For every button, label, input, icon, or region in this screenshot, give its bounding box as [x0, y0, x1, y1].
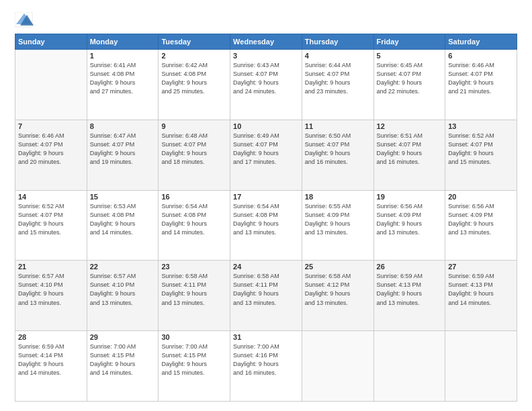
day-number: 9 [161, 122, 227, 130]
day-info: Sunrise: 6:55 AMSunset: 4:09 PMDaylight:… [305, 202, 371, 237]
calendar-header-friday: Friday [373, 34, 445, 50]
calendar-cell [15, 50, 87, 120]
day-number: 20 [448, 193, 514, 201]
calendar-cell: 28Sunrise: 6:59 AMSunset: 4:14 PMDayligh… [15, 331, 87, 402]
day-info: Sunrise: 6:57 AMSunset: 4:10 PMDaylight:… [18, 272, 84, 307]
calendar-header-thursday: Thursday [302, 34, 373, 50]
day-number: 27 [448, 263, 514, 271]
day-number: 1 [90, 52, 156, 60]
calendar-cell: 12Sunrise: 6:51 AMSunset: 4:07 PMDayligh… [373, 120, 445, 190]
day-number: 30 [161, 333, 227, 341]
calendar-cell: 11Sunrise: 6:50 AMSunset: 4:07 PMDayligh… [302, 120, 373, 190]
calendar-cell: 7Sunrise: 6:46 AMSunset: 4:07 PMDaylight… [15, 120, 87, 190]
calendar-cell: 31Sunrise: 7:00 AMSunset: 4:16 PMDayligh… [230, 331, 302, 402]
calendar-table: SundayMondayTuesdayWednesdayThursdayFrid… [15, 34, 517, 402]
day-info: Sunrise: 6:58 AMSunset: 4:11 PMDaylight:… [161, 272, 227, 307]
day-info: Sunrise: 6:43 AMSunset: 4:07 PMDaylight:… [233, 61, 299, 96]
logo-icon [15, 12, 34, 28]
calendar-header-tuesday: Tuesday [159, 34, 230, 50]
day-number: 26 [377, 263, 443, 271]
calendar-cell: 6Sunrise: 6:46 AMSunset: 4:07 PMDaylight… [445, 50, 517, 120]
calendar-cell: 1Sunrise: 6:41 AMSunset: 4:08 PMDaylight… [87, 50, 159, 120]
day-number: 15 [90, 193, 156, 201]
day-info: Sunrise: 6:41 AMSunset: 4:08 PMDaylight:… [90, 61, 156, 96]
day-number: 25 [305, 263, 371, 271]
calendar-cell: 3Sunrise: 6:43 AMSunset: 4:07 PMDaylight… [230, 50, 302, 120]
day-info: Sunrise: 6:45 AMSunset: 4:07 PMDaylight:… [377, 61, 443, 96]
calendar-cell: 29Sunrise: 7:00 AMSunset: 4:15 PMDayligh… [87, 331, 159, 402]
day-number: 21 [18, 263, 84, 271]
calendar-week-5: 28Sunrise: 6:59 AMSunset: 4:14 PMDayligh… [15, 331, 517, 402]
day-info: Sunrise: 6:54 AMSunset: 4:08 PMDaylight:… [233, 202, 299, 237]
day-info: Sunrise: 6:52 AMSunset: 4:07 PMDaylight:… [18, 202, 84, 237]
calendar-header-saturday: Saturday [445, 34, 517, 50]
day-number: 24 [233, 263, 299, 271]
calendar-week-1: 1Sunrise: 6:41 AMSunset: 4:08 PMDaylight… [15, 50, 517, 120]
calendar-header-monday: Monday [87, 34, 159, 50]
day-number: 18 [305, 193, 371, 201]
calendar-cell: 24Sunrise: 6:58 AMSunset: 4:11 PMDayligh… [230, 261, 302, 331]
day-info: Sunrise: 6:46 AMSunset: 4:07 PMDaylight:… [448, 61, 514, 96]
calendar-cell: 30Sunrise: 7:00 AMSunset: 4:15 PMDayligh… [159, 331, 230, 402]
day-number: 14 [18, 193, 84, 201]
day-number: 10 [233, 122, 299, 130]
day-info: Sunrise: 6:52 AMSunset: 4:07 PMDaylight:… [448, 132, 514, 167]
day-info: Sunrise: 6:56 AMSunset: 4:09 PMDaylight:… [448, 202, 514, 237]
calendar-cell: 21Sunrise: 6:57 AMSunset: 4:10 PMDayligh… [15, 261, 87, 331]
day-number: 8 [90, 122, 156, 130]
calendar-cell [373, 331, 445, 402]
day-number: 23 [161, 263, 227, 271]
day-info: Sunrise: 6:50 AMSunset: 4:07 PMDaylight:… [305, 132, 371, 167]
day-info: Sunrise: 6:44 AMSunset: 4:07 PMDaylight:… [305, 61, 371, 96]
day-number: 13 [448, 122, 514, 130]
day-number: 17 [233, 193, 299, 201]
calendar-cell: 4Sunrise: 6:44 AMSunset: 4:07 PMDaylight… [302, 50, 373, 120]
calendar-header-row: SundayMondayTuesdayWednesdayThursdayFrid… [15, 34, 517, 50]
day-number: 12 [377, 122, 443, 130]
calendar-header-wednesday: Wednesday [230, 34, 302, 50]
day-info: Sunrise: 6:58 AMSunset: 4:11 PMDaylight:… [233, 272, 299, 307]
calendar-cell: 14Sunrise: 6:52 AMSunset: 4:07 PMDayligh… [15, 190, 87, 261]
calendar-cell: 18Sunrise: 6:55 AMSunset: 4:09 PMDayligh… [302, 190, 373, 261]
page: SundayMondayTuesdayWednesdayThursdayFrid… [0, 0, 532, 411]
day-number: 3 [233, 52, 299, 60]
day-number: 7 [18, 122, 84, 130]
day-number: 2 [161, 52, 227, 60]
day-info: Sunrise: 6:59 AMSunset: 4:14 PMDaylight:… [18, 342, 84, 377]
day-info: Sunrise: 7:00 AMSunset: 4:15 PMDaylight:… [90, 342, 156, 377]
day-number: 6 [448, 52, 514, 60]
day-number: 22 [90, 263, 156, 271]
day-number: 19 [377, 193, 443, 201]
calendar-cell [445, 331, 517, 402]
day-number: 5 [377, 52, 443, 60]
day-info: Sunrise: 6:53 AMSunset: 4:08 PMDaylight:… [90, 202, 156, 237]
day-info: Sunrise: 6:56 AMSunset: 4:09 PMDaylight:… [377, 202, 443, 237]
calendar-cell: 17Sunrise: 6:54 AMSunset: 4:08 PMDayligh… [230, 190, 302, 261]
day-number: 11 [305, 122, 371, 130]
day-number: 28 [18, 333, 84, 341]
day-info: Sunrise: 6:42 AMSunset: 4:08 PMDaylight:… [161, 61, 227, 96]
calendar-cell: 8Sunrise: 6:47 AMSunset: 4:07 PMDaylight… [87, 120, 159, 190]
calendar-week-3: 14Sunrise: 6:52 AMSunset: 4:07 PMDayligh… [15, 190, 517, 261]
calendar-header-sunday: Sunday [15, 34, 87, 50]
day-info: Sunrise: 6:49 AMSunset: 4:07 PMDaylight:… [233, 132, 299, 167]
day-info: Sunrise: 6:58 AMSunset: 4:12 PMDaylight:… [305, 272, 371, 307]
calendar-cell: 26Sunrise: 6:59 AMSunset: 4:13 PMDayligh… [373, 261, 445, 331]
calendar-cell: 10Sunrise: 6:49 AMSunset: 4:07 PMDayligh… [230, 120, 302, 190]
calendar-cell: 2Sunrise: 6:42 AMSunset: 4:08 PMDaylight… [159, 50, 230, 120]
calendar-cell [302, 331, 373, 402]
calendar-cell: 16Sunrise: 6:54 AMSunset: 4:08 PMDayligh… [159, 190, 230, 261]
calendar-cell: 27Sunrise: 6:59 AMSunset: 4:13 PMDayligh… [445, 261, 517, 331]
day-info: Sunrise: 6:51 AMSunset: 4:07 PMDaylight:… [377, 132, 443, 167]
day-info: Sunrise: 6:57 AMSunset: 4:10 PMDaylight:… [90, 272, 156, 307]
day-info: Sunrise: 6:54 AMSunset: 4:08 PMDaylight:… [161, 202, 227, 237]
calendar-cell: 13Sunrise: 6:52 AMSunset: 4:07 PMDayligh… [445, 120, 517, 190]
header [15, 12, 517, 28]
logo [15, 12, 36, 28]
day-number: 31 [233, 333, 299, 341]
day-info: Sunrise: 6:59 AMSunset: 4:13 PMDaylight:… [448, 272, 514, 307]
calendar-cell: 25Sunrise: 6:58 AMSunset: 4:12 PMDayligh… [302, 261, 373, 331]
day-number: 16 [161, 193, 227, 201]
day-info: Sunrise: 6:59 AMSunset: 4:13 PMDaylight:… [377, 272, 443, 307]
day-number: 4 [305, 52, 371, 60]
